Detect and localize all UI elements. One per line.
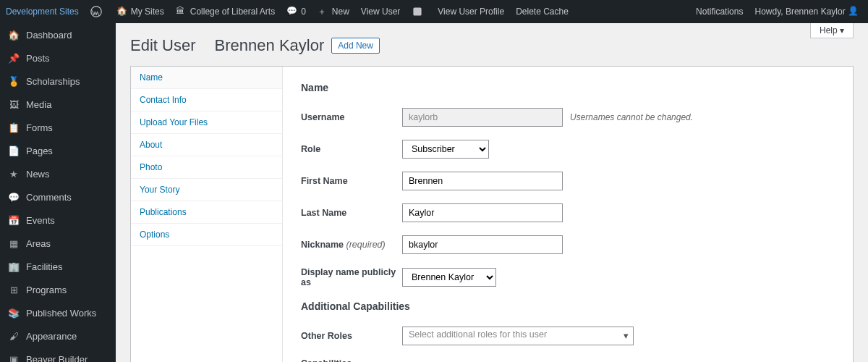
sidebar-item-news[interactable]: ★News (0, 162, 116, 185)
sidebar-item-media[interactable]: 🖼Media (0, 93, 116, 116)
sidebar-item-facilities[interactable]: 🏢Facilities (0, 255, 116, 278)
subnav-photo[interactable]: Photo (131, 156, 282, 179)
subnav-upload[interactable]: Upload Your Files (131, 111, 282, 134)
yoast-icon[interactable] (406, 0, 432, 23)
subnav-publications[interactable]: Publications (131, 201, 282, 224)
subnav-name[interactable]: Name (131, 67, 282, 89)
building-icon: 🏢 (7, 260, 20, 273)
view-user[interactable]: View User (355, 0, 406, 23)
grid-icon: ▦ (7, 237, 20, 250)
first-name-input[interactable] (402, 172, 563, 190)
pin-icon: 📌 (7, 51, 20, 64)
section-nav: Name Contact Info Upload Your Files Abou… (131, 67, 283, 362)
username-label: Username (301, 112, 402, 122)
last-name-input[interactable] (402, 203, 563, 222)
sidebar-item-events[interactable]: 📅Events (0, 209, 116, 232)
edit-panel: Name Contact Info Upload Your Files Abou… (130, 66, 854, 362)
site-network[interactable]: Development Sites (0, 0, 85, 23)
capabilities-label: Capabilities (301, 358, 402, 362)
other-roles-label: Other Roles (301, 331, 402, 341)
display-name-label: Display name publicly as (301, 267, 402, 287)
help-tab[interactable]: Help ▾ (810, 23, 854, 38)
svg-rect-1 (414, 7, 422, 15)
book-icon: 📚 (7, 306, 20, 319)
sidebar-item-dashboard[interactable]: 🏠Dashboard (0, 23, 116, 46)
my-sites[interactable]: 🏠My Sites (111, 0, 170, 23)
username-input (402, 108, 563, 127)
dashboard-icon: 🏠 (7, 28, 20, 41)
page-title: Edit User Brennen Kaylor Add New (130, 36, 854, 55)
display-name-select[interactable]: Brennen Kaylor (402, 268, 496, 287)
comments-bubble[interactable]: 💬0 (281, 0, 312, 23)
content-area: Help ▾ Edit User Brennen Kaylor Add New … (116, 23, 868, 362)
add-new-button[interactable]: Add New (331, 38, 380, 54)
sidebar-item-pages[interactable]: 📄Pages (0, 139, 116, 162)
calendar-icon: 📅 (7, 214, 20, 227)
sidebar-item-programs[interactable]: ⊞Programs (0, 278, 116, 301)
other-roles-select[interactable]: Select additional roles for this user (402, 327, 634, 345)
section-heading-name: Name (301, 82, 835, 93)
programs-icon: ⊞ (7, 283, 20, 296)
subnav-story[interactable]: Your Story (131, 179, 282, 201)
sidebar-item-areas[interactable]: ▦Areas (0, 232, 116, 255)
sidebar-item-beaver-builder[interactable]: ▣Beaver Builder (0, 348, 116, 362)
nickname-input[interactable] (402, 235, 563, 254)
view-user-profile[interactable]: View User Profile (432, 0, 510, 23)
subnav-options[interactable]: Options (131, 224, 282, 246)
pages-icon: 📄 (7, 144, 20, 157)
howdy-account[interactable]: Howdy, Brennen Kaylor 👤 (749, 0, 868, 23)
sidebar-item-appearance[interactable]: 🖌Appearance (0, 324, 116, 348)
sidebar-item-forms[interactable]: 📋Forms (0, 116, 116, 139)
section-heading-capabilities: Additional Capabilities (301, 300, 835, 312)
award-icon: 🏅 (7, 75, 20, 88)
delete-cache[interactable]: Delete Cache (510, 0, 574, 23)
last-name-label: Last Name (301, 208, 402, 218)
sidebar-item-posts[interactable]: 📌Posts (0, 46, 116, 70)
notifications[interactable]: Notifications (690, 0, 749, 23)
brush-icon: 🖌 (7, 329, 20, 342)
admin-bar: Development Sites 🏠My Sites 🏛College of … (0, 0, 868, 23)
admin-sidebar: 🏠Dashboard 📌Posts 🏅Scholarships 🖼Media 📋… (0, 23, 116, 362)
avatar-icon: 👤 (848, 6, 859, 17)
star-icon: ★ (7, 167, 20, 180)
comment-icon: 💬 (7, 190, 20, 203)
forms-icon: 📋 (7, 121, 20, 134)
first-name-label: First Name (301, 176, 402, 186)
media-icon: 🖼 (7, 98, 20, 111)
new-content[interactable]: ＋New (312, 0, 355, 23)
role-select[interactable]: Subscriber (402, 140, 489, 159)
username-hint: Usernames cannot be changed. (570, 112, 693, 122)
sidebar-item-scholarships[interactable]: 🏅Scholarships (0, 70, 116, 93)
sidebar-item-comments[interactable]: 💬Comments (0, 185, 116, 209)
subnav-contact[interactable]: Contact Info (131, 89, 282, 111)
role-label: Role (301, 144, 402, 154)
sidebar-item-published-works[interactable]: 📚Published Works (0, 301, 116, 324)
wp-logo-icon[interactable] (85, 0, 111, 23)
form-wrap: Name Username Usernames cannot be change… (283, 67, 853, 362)
beaver-icon: ▣ (7, 353, 20, 362)
subnav-about[interactable]: About (131, 134, 282, 156)
nickname-label: Nickname (required) (301, 240, 402, 250)
current-site[interactable]: 🏛College of Liberal Arts (170, 0, 281, 23)
